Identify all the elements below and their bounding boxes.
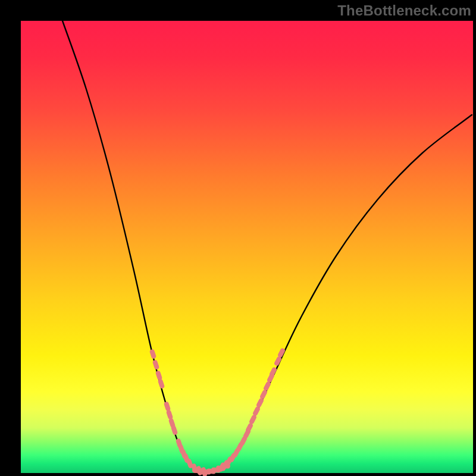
- marker-capsule: [152, 359, 160, 370]
- marker-capsule: [171, 425, 178, 436]
- watermark-text: TheBottleneck.com: [337, 2, 471, 19]
- data-markers: [149, 347, 286, 476]
- marker-capsule: [274, 356, 283, 367]
- marker-capsule: [166, 409, 174, 420]
- marker-capsule: [158, 378, 165, 389]
- marker-capsule: [149, 349, 157, 359]
- marker-capsule: [249, 414, 258, 425]
- marker-capsule: [155, 370, 163, 381]
- bottleneck-curve: [62, 21, 472, 472]
- curve-path: [62, 21, 472, 472]
- curve-layer: [21, 21, 473, 473]
- marker-capsule: [164, 401, 171, 412]
- chart-frame: TheBottleneck.com: [0, 0, 476, 476]
